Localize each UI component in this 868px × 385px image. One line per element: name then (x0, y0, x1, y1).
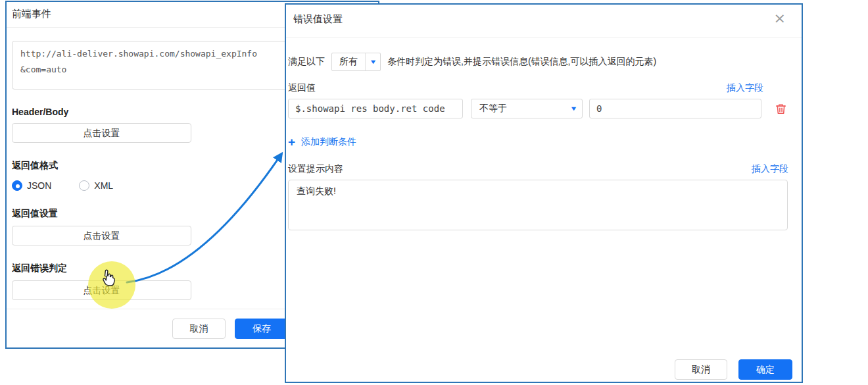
request-url-line1: http://ali-deliver.showapi.com/showapi_e… (20, 49, 257, 59)
error-value-dialog-footer: 取消 确定 (675, 359, 792, 380)
radio-json-label[interactable]: JSON (27, 180, 51, 191)
condition-row: 满足以下 所有 ▼ 条件时判定为错误,并提示错误信息(错误信息,可以插入返回的元… (288, 53, 788, 71)
trash-icon[interactable] (775, 103, 787, 115)
condition-mode-caret-cell: ▼ (365, 53, 380, 70)
operator-caret-cell: ▼ (565, 99, 582, 118)
expression-input[interactable] (288, 99, 463, 118)
cancel-button[interactable]: 取消 (675, 359, 727, 380)
dialog-title: 错误值设置 (293, 13, 343, 24)
operator-select[interactable]: 不等于 ▼ (471, 99, 583, 118)
chevron-down-icon: ▼ (569, 105, 577, 112)
cancel-button[interactable]: 取消 (172, 319, 226, 339)
chevron-down-icon: ▼ (369, 59, 377, 65)
dialog-title: 前端事件 (12, 8, 51, 19)
page: 前端事件 http://ali-deliver.showapi.com/show… (0, 0, 868, 385)
confirm-button[interactable]: 确定 (738, 359, 792, 380)
error-value-dialog: 错误值设置 × 满足以下 所有 ▼ 条件时判定为错误,并提示错误信息(错误信息,… (285, 3, 803, 383)
rule-inputs-row: 不等于 ▼ (288, 99, 788, 118)
prompt-header-row: 设置提示内容 插入字段 (288, 163, 788, 175)
condition-prefix-label: 满足以下 (288, 56, 325, 68)
condition-suffix-label: 条件时判定为错误,并提示错误信息(错误信息,可以插入返回的元素) (387, 56, 656, 68)
radio-json-icon[interactable] (12, 180, 22, 191)
prompt-content-textarea[interactable]: 查询失败! (288, 180, 788, 230)
error-judge-set-button[interactable]: 点击设置 (12, 280, 191, 300)
add-condition-link[interactable]: + 添加判断条件 (288, 136, 788, 148)
insert-field-link[interactable]: 插入字段 (727, 82, 763, 94)
error-value-dialog-header: 错误值设置 × (286, 5, 802, 38)
compare-value-input[interactable] (589, 99, 761, 118)
radio-xml-label[interactable]: XML (94, 180, 113, 191)
save-button[interactable]: 保存 (235, 319, 289, 339)
add-condition-label: 添加判断条件 (301, 136, 356, 148)
condition-mode-select[interactable]: 所有 ▼ (331, 53, 381, 71)
operator-value: 不等于 (471, 103, 565, 115)
radio-xml-icon[interactable] (79, 180, 89, 191)
condition-mode-value: 所有 (332, 56, 365, 68)
request-url-line2: &com=auto (20, 64, 66, 74)
plus-icon: + (288, 137, 295, 147)
return-value-label: 返回值 (288, 82, 316, 94)
insert-field-link[interactable]: 插入字段 (752, 163, 788, 175)
prompt-label: 设置提示内容 (288, 163, 343, 175)
error-value-dialog-body: 满足以下 所有 ▼ 条件时判定为错误,并提示错误信息(错误信息,可以插入返回的元… (286, 38, 802, 232)
header-body-set-button[interactable]: 点击设置 (12, 123, 191, 143)
close-icon[interactable]: × (774, 11, 786, 26)
return-value-set-button[interactable]: 点击设置 (12, 226, 191, 245)
return-value-header-row: 返回值 插入字段 (288, 82, 788, 94)
